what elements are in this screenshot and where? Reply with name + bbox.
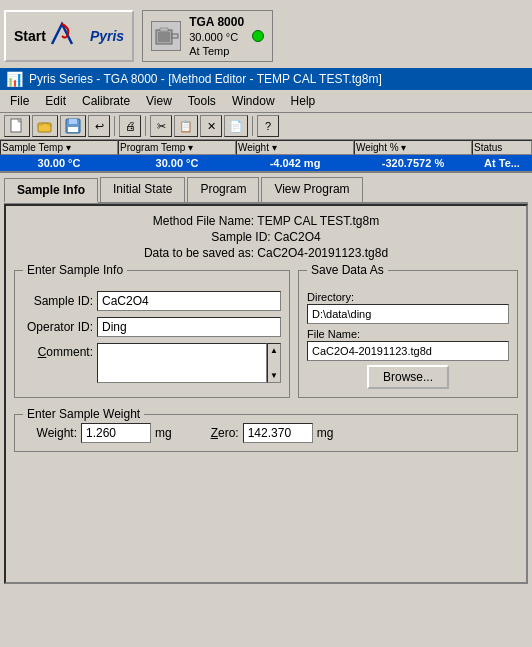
program-temp-dropdown[interactable]: Program Temp ▾ — [118, 140, 236, 155]
window-title-bar: 📊 Pyris Series - TGA 8000 - [Method Edit… — [0, 68, 532, 90]
file-name-input[interactable] — [307, 341, 509, 361]
operator-id-label: Operator ID: — [23, 320, 93, 334]
menu-window[interactable]: Window — [226, 92, 281, 110]
comment-u: C — [38, 345, 47, 359]
toolbar-print[interactable]: 🖨 — [119, 115, 141, 137]
weight-pct-label: Weight % ▾ — [356, 142, 406, 153]
menu-edit[interactable]: Edit — [39, 92, 72, 110]
save-data-group-title: Save Data As — [307, 263, 388, 277]
instrument-status: At Temp — [189, 45, 244, 57]
weight-group-title: Enter Sample Weight — [23, 407, 144, 421]
instrument-icon — [151, 21, 181, 51]
main-content: Sample Info Initial State Program View P… — [0, 173, 532, 588]
status-label: Status — [474, 142, 502, 153]
weight-pct-dropdown[interactable]: Weight % ▾ — [354, 140, 472, 155]
toolbar-paste[interactable]: 📄 — [224, 115, 248, 137]
svg-rect-1 — [158, 32, 170, 42]
status-indicator — [252, 30, 264, 42]
sample-id-info-line: Sample ID: CaC2O4 — [14, 230, 518, 244]
menu-view[interactable]: View — [140, 92, 178, 110]
weight-dropdown[interactable]: Weight ▾ — [236, 140, 354, 155]
toolbar-sep2 — [145, 116, 146, 136]
status-group-sample-temp: Sample Temp ▾ 30.00 °C — [0, 140, 118, 171]
save-data-col: Save Data As Directory: File Name: Brows… — [298, 270, 518, 406]
tab-view-program[interactable]: View Program — [261, 177, 362, 202]
sample-id-row: Sample ID: — [23, 291, 281, 311]
toolbar-open[interactable] — [32, 115, 58, 137]
menu-help[interactable]: Help — [285, 92, 322, 110]
toolbar-new[interactable] — [4, 115, 30, 137]
toolbar-sep3 — [252, 116, 253, 136]
comment-scrollbar[interactable]: ▲ ▼ — [267, 343, 281, 383]
zero-unit: mg — [317, 426, 334, 440]
scroll-up-arrow[interactable]: ▲ — [270, 344, 278, 357]
weight-field-label: Weight: — [27, 426, 77, 440]
program-temp-label: Program Temp ▾ — [120, 142, 193, 153]
zero-field-label: Zero: — [204, 426, 239, 440]
enter-sample-info-col: Enter Sample Info Sample ID: Operator ID… — [14, 270, 290, 406]
menu-calibrate[interactable]: Calibrate — [76, 92, 136, 110]
data-saved-line: Data to be saved as: CaC2O4-20191123.tg8… — [14, 246, 518, 260]
zero-u: Z — [211, 426, 218, 440]
operator-id-row: Operator ID: — [23, 317, 281, 337]
menu-bar: File Edit Calibrate View Tools Window He… — [0, 90, 532, 113]
instrument-temp: 30.000 °C — [189, 31, 244, 43]
two-col-layout: Enter Sample Info Sample ID: Operator ID… — [14, 270, 518, 406]
tab-initial-state[interactable]: Initial State — [100, 177, 185, 202]
comment-row: Comment: ▲ ▼ — [23, 343, 281, 383]
instrument-name: TGA 8000 — [189, 15, 244, 29]
operator-id-input[interactable] — [97, 317, 281, 337]
svg-rect-8 — [68, 127, 78, 132]
toolbar-undo[interactable]: ↩ — [88, 115, 110, 137]
browse-button[interactable]: Browse... — [367, 365, 449, 389]
zero-field: Zero: mg — [204, 423, 334, 443]
sample-temp-dropdown[interactable]: Sample Temp ▾ — [0, 140, 118, 155]
toolbar-help[interactable]: ? — [257, 115, 279, 137]
directory-input[interactable] — [307, 304, 509, 324]
comment-input[interactable] — [97, 343, 267, 383]
weight-input[interactable] — [81, 423, 151, 443]
sample-id-input[interactable] — [97, 291, 281, 311]
pyris-text: Pyris — [90, 28, 124, 44]
program-temp-value: 30.00 °C — [118, 155, 236, 171]
file-name-label: File Name: — [307, 328, 509, 340]
svg-rect-7 — [69, 119, 77, 124]
directory-row: Directory: — [307, 291, 509, 324]
status-group-weight: Weight ▾ -4.042 mg — [236, 140, 354, 171]
weight-pct-value: -320.7572 % — [354, 155, 472, 171]
data-saved-label: Data to be saved as: — [144, 246, 254, 260]
start-pyris-button[interactable]: Start Pyris — [4, 10, 134, 62]
zero-input[interactable] — [243, 423, 313, 443]
status-group-status: Status At Te... — [472, 140, 532, 171]
status-value: At Te... — [472, 155, 532, 171]
scroll-down-arrow[interactable]: ▼ — [270, 369, 278, 382]
window-title: Pyris Series - TGA 8000 - [Method Editor… — [29, 72, 382, 86]
save-data-group: Save Data As Directory: File Name: Brows… — [298, 270, 518, 398]
toolbar-copy[interactable]: 📋 — [174, 115, 198, 137]
tab-sample-info[interactable]: Sample Info — [4, 178, 98, 203]
weight-field: Weight: mg — [27, 423, 172, 443]
toolbar: ↩ 🖨 ✂ 📋 ✕ 📄 ? — [0, 113, 532, 140]
toolbar-cut[interactable]: ✂ — [150, 115, 172, 137]
status-group-weight-pct: Weight % ▾ -320.7572 % — [354, 140, 472, 171]
sample-temp-value: 30.00 °C — [0, 155, 118, 171]
tab-program[interactable]: Program — [187, 177, 259, 202]
sample-info-group-title: Enter Sample Info — [23, 263, 127, 277]
menu-file[interactable]: File — [4, 92, 35, 110]
file-name-row: File Name: — [307, 328, 509, 361]
toolbar-delete[interactable]: ✕ — [200, 115, 222, 137]
status-row: Sample Temp ▾ 30.00 °C Program Temp ▾ 30… — [0, 140, 532, 173]
instrument-info: TGA 8000 30.000 °C At Temp — [189, 15, 244, 57]
title-bar-outer: Start Pyris TGA 8000 30.000 °C At Temp — [0, 0, 532, 68]
tabs-container: Sample Info Initial State Program View P… — [4, 177, 528, 204]
status-dropdown[interactable]: Status — [472, 140, 532, 155]
toolbar-sep1 — [114, 116, 115, 136]
toolbar-save[interactable] — [60, 115, 86, 137]
info-section: Method File Name: TEMP CAL TEST.tg8m Sam… — [14, 214, 518, 260]
window-icon: 📊 — [6, 71, 23, 87]
menu-tools[interactable]: Tools — [182, 92, 222, 110]
svg-rect-5 — [38, 123, 51, 132]
enter-sample-info-group: Enter Sample Info Sample ID: Operator ID… — [14, 270, 290, 398]
status-group-program-temp: Program Temp ▾ 30.00 °C — [118, 140, 236, 171]
start-label: Start — [14, 28, 46, 44]
